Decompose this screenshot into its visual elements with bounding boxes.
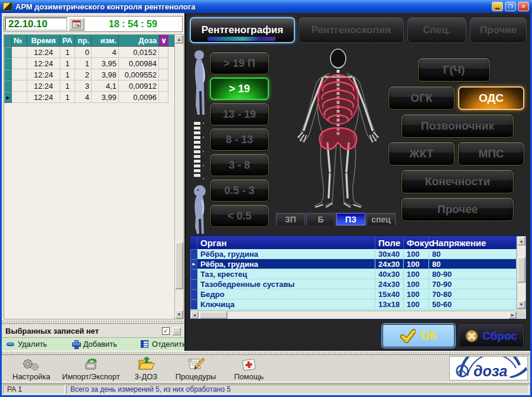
organ-button-mps[interactable]: МПС [458,142,524,166]
organ-row[interactable]: Ключица 13x18 100 50-60 [190,299,526,309]
tab-special[interactable]: Спец. [407,17,466,43]
age-button-05-3[interactable]: 0.5 - 3 [210,179,269,202]
col-focus: Фокус [404,236,429,249]
row-selector[interactable] [4,69,12,80]
ok-button[interactable]: ОК [382,324,455,347]
organ-table-hscrollbar[interactable]: ◄ ► [190,311,517,319]
projection-button-b[interactable]: Б [306,213,335,225]
organ-row[interactable]: Тазобедренные суставы 24x30 100 70-90 [190,279,526,289]
organ-button-ogk[interactable]: ОГК [388,86,455,110]
col-organ: Орган [197,236,375,249]
reset-button[interactable]: Сброс [459,324,524,347]
scroll-right-icon[interactable]: ► [508,311,517,319]
age-button-over19[interactable]: > 19 [210,78,269,100]
tab-radiography[interactable]: Рентгенография [190,17,295,43]
scroll-left-icon[interactable]: ◄ [190,311,199,319]
row-selector[interactable] [4,80,12,92]
organ-row[interactable]: Бедро 15x40 100 70-80 [190,289,526,299]
app-icon [3,2,12,11]
measurements-panel: 22.10.10 18 : 54 : 59 № [2,13,184,351]
date-field[interactable]: 22.10.10 [5,17,67,31]
tab-other[interactable]: Прочие [470,17,527,43]
scroll-up-icon[interactable]: ▲ [175,35,183,44]
organ-button-other[interactable]: Прочее [401,198,514,221]
collapse-button[interactable]: _ [172,327,181,335]
toolbar-button-settings[interactable]: Настройка [5,356,57,382]
table-row[interactable]: 12:24 1 2 3,98 0,009552 [4,69,174,80]
organ-row[interactable]: Рёбра, грудина 30x40 100 80 [190,249,526,259]
organ-button-limbs[interactable]: Конечности [401,170,514,193]
toolbar-button-import-export[interactable]: Импорт/Экспорт [57,356,125,382]
restore-button[interactable]: ❐ [505,2,516,11]
col-number: № [12,35,27,46]
organ-button-ods[interactable]: ОДС [458,86,524,110]
organ-table-header: Орган Поле Фокус Напряжение [190,236,526,249]
selection-status-bar: Выбранных записей нет ✓ _ [2,324,184,337]
gears-icon [21,357,41,372]
divider [2,319,184,324]
projection-button-zp[interactable]: ЗП [276,213,305,225]
tab-fluoroscopy[interactable]: Рентгеноскопия [299,17,404,43]
col-check: ∨ [159,35,168,46]
height-scale-icon [189,121,209,182]
organ-button-spine[interactable]: Позвоночник [401,114,514,138]
client-area: 22.10.10 18 : 54 : 59 № [2,13,530,395]
organ-table-vscrollbar[interactable]: ▲ ▼ [517,236,526,309]
selection-checkbox[interactable]: ✓ [162,327,170,335]
coin-x-icon [465,330,478,343]
delete-button[interactable]: Удалить [7,340,47,348]
scroll-up-icon[interactable]: ▲ [517,237,525,246]
status-cell-message: Всего за день измерений 5, из них обрабо… [66,385,529,394]
calendar-button[interactable] [69,18,85,31]
table-row[interactable]: 12:24 1 3 4,1 0,00912 [4,80,174,92]
doza-logo: доза [449,356,528,380]
current-row-marker[interactable]: ► [4,92,12,103]
table-row[interactable]: 12:24 1 0 4 0,0152 [4,47,174,58]
age-button-13-19[interactable]: 13 - 19 [210,103,269,125]
table-row[interactable]: 12:24 1 1 3,95 0,00984 [4,58,174,69]
toolbar-button-procedures[interactable]: Процедуры [167,356,224,382]
check-icon [400,329,416,343]
scroll-down-icon[interactable]: ▼ [517,300,525,309]
age-button-under05[interactable]: < 0.5 [210,205,269,227]
projection-button-pz[interactable]: ПЗ [336,213,365,225]
organ-button-head[interactable]: Г(Ч) [418,58,490,82]
body-map-figure[interactable] [279,46,397,212]
status-bar: РА 1 Всего за день измерений 5, из них о… [2,384,530,395]
organ-row-selected[interactable]: ► Рёбра, грудина 24x30 100 80 [190,259,526,269]
row-selector[interactable] [4,47,12,58]
first-aid-icon [241,357,257,372]
close-button[interactable]: ✕ [518,2,529,11]
title-bar: АРМ дозиметрического контроля рентгеноло… [0,0,532,13]
projection-button-spec[interactable]: спец [366,213,395,225]
window-title: АРМ дозиметрического контроля рентгеноло… [15,2,489,11]
toolbar-button-3doz[interactable]: 3-ДОЗ [125,356,167,382]
exam-panel: Рентгенография Рентгеноскопия Спец. Проч… [184,13,530,351]
scroll-thumb[interactable] [175,242,183,289]
record-actions-bar: Удалить Добавить Отделить [2,337,184,350]
col-time: Время [27,35,60,46]
separate-button[interactable]: Отделить [141,340,186,348]
scroll-thumb[interactable] [517,257,525,283]
toolbar-button-help[interactable]: Помощь [224,356,274,382]
row-selector[interactable] [4,58,12,69]
age-button-3-8[interactable]: 3 - 8 [210,154,269,176]
minimize-button[interactable]: ▂ [492,2,503,11]
logo-text: доза [473,363,507,379]
grid-icon [141,340,148,348]
measurements-vscrollbar[interactable]: ▲ ▼ [174,34,184,319]
table-row-current[interactable]: ► 12:24 1 4 3,99 0,0096 [4,92,174,103]
app-window: АРМ дозиметрического контроля рентгеноло… [0,0,532,397]
header-selector [4,35,12,46]
organ-row[interactable]: Таз, крестец 40x30 100 80-90 [190,269,526,279]
age-buttons: > 19 П > 19 13 - 19 8 - 13 3 - 8 0.5 - 3… [210,52,269,230]
add-button[interactable]: Добавить [72,340,117,348]
age-button-8-13[interactable]: 8 - 13 [210,128,269,151]
age-button-19p[interactable]: > 19 П [210,52,269,75]
plus-icon [72,340,80,348]
scroll-down-icon[interactable]: ▼ [175,310,183,319]
organ-button-gkt[interactable]: ЖКТ [388,142,455,166]
scroll-thumb[interactable] [199,311,228,319]
calendar-icon [72,20,81,28]
folder-arrow-icon [137,357,155,372]
